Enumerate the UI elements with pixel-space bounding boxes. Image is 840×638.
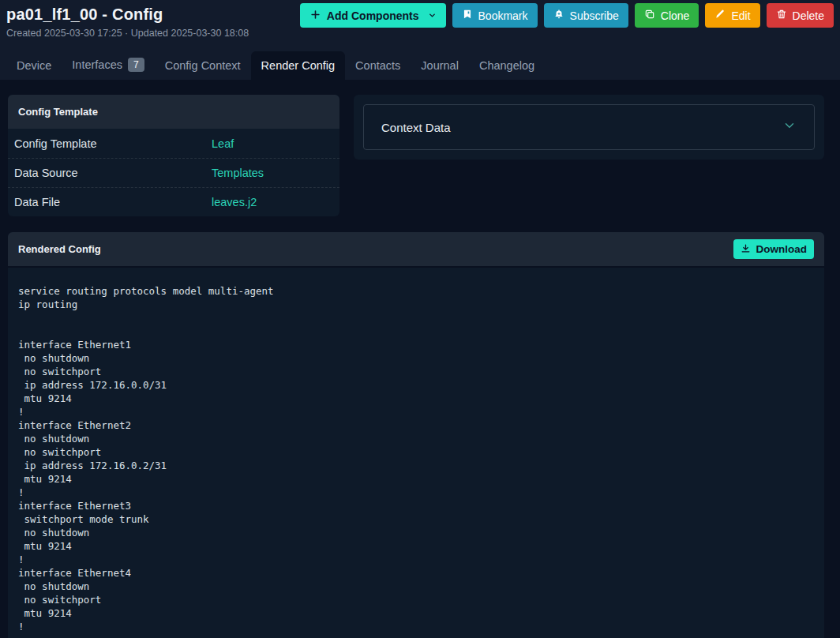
clone-button[interactable]: Clone bbox=[635, 3, 699, 28]
trash-icon bbox=[776, 9, 787, 22]
row-label: Config Template bbox=[14, 137, 212, 150]
download-icon bbox=[741, 243, 751, 256]
rendered-config-card: Rendered Config Download service routing… bbox=[8, 232, 824, 638]
download-button[interactable]: Download bbox=[733, 239, 815, 259]
context-data-toggle[interactable]: Context Data bbox=[363, 104, 815, 150]
tab-bar: Device Interfaces 7 Config Context Rende… bbox=[0, 39, 840, 80]
pencil-icon bbox=[714, 9, 726, 22]
tab-config-context-label: Config Context bbox=[165, 59, 241, 72]
interfaces-count-badge: 7 bbox=[128, 58, 144, 72]
tab-journal-label: Journal bbox=[421, 59, 459, 72]
chevron-down-icon bbox=[782, 118, 797, 136]
bell-plus-icon bbox=[553, 9, 564, 22]
context-data-title: Context Data bbox=[381, 121, 451, 134]
copy-icon bbox=[644, 9, 655, 22]
bookmark-button[interactable]: Bookmark bbox=[452, 3, 538, 28]
data-source-link[interactable]: Templates bbox=[212, 167, 264, 179]
table-row: Data File leaves.j2 bbox=[8, 187, 339, 216]
tab-journal[interactable]: Journal bbox=[411, 51, 469, 80]
page-header: pa01_lf1_00 - Config Created 2025-03-30 … bbox=[0, 0, 840, 80]
tab-interfaces-label: Interfaces bbox=[72, 58, 122, 71]
tab-device-label: Device bbox=[17, 59, 51, 72]
table-row: Config Template Leaf bbox=[8, 129, 339, 158]
config-template-link[interactable]: Leaf bbox=[212, 137, 234, 150]
delete-button[interactable]: Delete bbox=[767, 3, 834, 28]
config-template-card-header: Config Template bbox=[8, 95, 339, 129]
tab-config-context[interactable]: Config Context bbox=[155, 51, 251, 80]
edit-label: Edit bbox=[731, 9, 750, 22]
table-row: Data Source Templates bbox=[8, 158, 339, 187]
row-label: Data File bbox=[14, 196, 212, 208]
page-title: pa01_lf1_00 - Config bbox=[6, 3, 249, 25]
clone-label: Clone bbox=[661, 9, 690, 22]
bookmark-label: Bookmark bbox=[478, 9, 528, 22]
add-components-label: Add Components bbox=[327, 9, 419, 22]
rendered-config-text: service routing protocols model multi-ag… bbox=[8, 268, 824, 638]
data-file-link[interactable]: leaves.j2 bbox=[212, 196, 257, 208]
add-components-button[interactable]: Add Components bbox=[300, 3, 446, 28]
delete-label: Delete bbox=[793, 9, 824, 22]
tab-interfaces[interactable]: Interfaces 7 bbox=[62, 50, 154, 80]
page: pa01_lf1_00 - Config Created 2025-03-30 … bbox=[0, 0, 840, 638]
rendered-config-card-header: Rendered Config Download bbox=[8, 232, 824, 268]
config-template-card-title: Config Template bbox=[18, 106, 98, 118]
config-template-card: Config Template Config Template Leaf Dat… bbox=[8, 95, 339, 216]
subscribe-button[interactable]: Subscribe bbox=[544, 3, 628, 28]
download-label: Download bbox=[756, 243, 808, 255]
main-content: Config Template Config Template Leaf Dat… bbox=[0, 80, 840, 638]
toolbar: Add Components Bookmark Subscribe bbox=[300, 3, 834, 28]
page-subtitle: Created 2025-03-30 17:25 · Updated 2025-… bbox=[6, 28, 249, 39]
tab-contacts[interactable]: Contacts bbox=[345, 51, 411, 80]
header-top: pa01_lf1_00 - Config Created 2025-03-30 … bbox=[0, 0, 840, 39]
title-block: pa01_lf1_00 - Config Created 2025-03-30 … bbox=[6, 3, 249, 39]
tab-contacts-label: Contacts bbox=[355, 59, 400, 72]
plus-icon bbox=[309, 9, 321, 23]
config-template-table: Config Template Leaf Data Source Templat… bbox=[8, 129, 339, 216]
row-label: Data Source bbox=[14, 167, 212, 179]
rendered-config-title: Rendered Config bbox=[18, 243, 101, 255]
tab-device[interactable]: Device bbox=[6, 51, 62, 80]
top-grid: Config Template Config Template Leaf Dat… bbox=[8, 95, 824, 216]
subscribe-label: Subscribe bbox=[570, 9, 619, 22]
tab-changelog[interactable]: Changelog bbox=[469, 51, 545, 80]
chevron-down-icon bbox=[428, 9, 437, 22]
bookmark-icon bbox=[462, 9, 473, 22]
context-data-card: Context Data bbox=[354, 95, 824, 160]
tab-render-config[interactable]: Render Config bbox=[251, 51, 346, 80]
tab-changelog-label: Changelog bbox=[479, 59, 534, 72]
tab-render-config-label: Render Config bbox=[261, 59, 336, 72]
edit-button[interactable]: Edit bbox=[705, 3, 759, 28]
